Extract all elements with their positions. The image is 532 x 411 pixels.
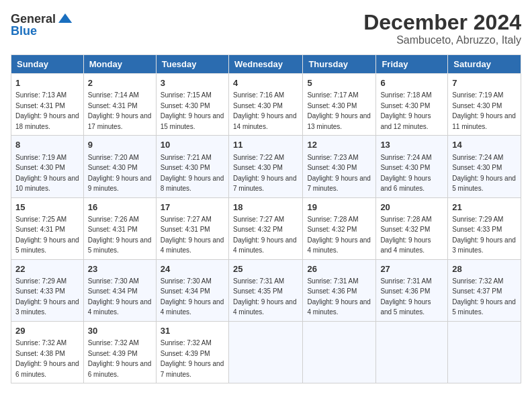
day-number: 25: [233, 263, 298, 275]
day-number: 6: [380, 77, 443, 89]
calendar-cell: 30Sunrise: 7:32 AMSunset: 4:39 PMDayligh…: [83, 321, 156, 383]
header-tuesday: Tuesday: [156, 55, 228, 74]
day-number: 9: [88, 139, 152, 151]
day-info: Sunrise: 7:25 AMSunset: 4:31 PMDaylight:…: [15, 216, 79, 255]
header: General Blue December 2024 Sambuceto, Ab…: [11, 11, 521, 46]
day-info: Sunrise: 7:28 AMSunset: 4:32 PMDaylight:…: [307, 216, 371, 255]
calendar-cell: 15Sunrise: 7:25 AMSunset: 4:31 PMDayligh…: [11, 197, 84, 259]
day-number: 30: [88, 325, 152, 337]
day-info: Sunrise: 7:20 AMSunset: 4:30 PMDaylight:…: [88, 154, 152, 193]
header-wednesday: Wednesday: [228, 55, 302, 74]
calendar-week-1: 1Sunrise: 7:13 AMSunset: 4:31 PMDaylight…: [11, 74, 521, 136]
day-number: 13: [380, 139, 443, 151]
calendar-cell: 29Sunrise: 7:32 AMSunset: 4:38 PMDayligh…: [11, 321, 84, 383]
day-info: Sunrise: 7:32 AMSunset: 4:37 PMDaylight:…: [452, 277, 516, 316]
day-number: 5: [307, 77, 371, 89]
logo-blue: Blue: [11, 24, 37, 38]
calendar-cell: 16Sunrise: 7:26 AMSunset: 4:31 PMDayligh…: [83, 197, 156, 259]
day-number: 12: [307, 139, 371, 151]
day-info: Sunrise: 7:16 AMSunset: 4:30 PMDaylight:…: [233, 91, 297, 130]
calendar-cell: 6Sunrise: 7:18 AMSunset: 4:30 PMDaylight…: [376, 74, 448, 136]
day-number: 28: [452, 263, 517, 275]
day-info: Sunrise: 7:23 AMSunset: 4:30 PMDaylight:…: [307, 154, 371, 193]
calendar-cell: [448, 321, 521, 383]
day-info: Sunrise: 7:29 AMSunset: 4:33 PMDaylight:…: [452, 216, 516, 255]
day-info: Sunrise: 7:19 AMSunset: 4:30 PMDaylight:…: [452, 91, 516, 130]
logo: General Blue: [11, 11, 73, 38]
day-info: Sunrise: 7:18 AMSunset: 4:30 PMDaylight:…: [380, 91, 431, 130]
day-info: Sunrise: 7:29 AMSunset: 4:33 PMDaylight:…: [15, 277, 79, 316]
day-number: 19: [307, 201, 371, 214]
day-info: Sunrise: 7:19 AMSunset: 4:30 PMDaylight:…: [15, 154, 79, 193]
day-number: 7: [452, 77, 517, 89]
calendar-cell: 24Sunrise: 7:30 AMSunset: 4:34 PMDayligh…: [156, 259, 228, 321]
day-number: 22: [15, 263, 79, 275]
day-info: Sunrise: 7:31 AMSunset: 4:36 PMDaylight:…: [307, 277, 371, 316]
calendar-table: Sunday Monday Tuesday Wednesday Thursday…: [11, 54, 521, 383]
day-info: Sunrise: 7:27 AMSunset: 4:32 PMDaylight:…: [233, 216, 297, 255]
day-number: 11: [233, 139, 298, 151]
day-number: 10: [161, 139, 224, 151]
day-number: 16: [88, 201, 152, 214]
calendar-cell: 9Sunrise: 7:20 AMSunset: 4:30 PMDaylight…: [83, 136, 156, 197]
day-number: 18: [233, 201, 298, 214]
day-info: Sunrise: 7:21 AMSunset: 4:30 PMDaylight:…: [161, 154, 224, 193]
day-info: Sunrise: 7:31 AMSunset: 4:36 PMDaylight:…: [380, 277, 431, 316]
day-info: Sunrise: 7:13 AMSunset: 4:31 PMDaylight:…: [15, 91, 79, 130]
day-info: Sunrise: 7:24 AMSunset: 4:30 PMDaylight:…: [380, 154, 431, 193]
calendar-cell: 14Sunrise: 7:24 AMSunset: 4:30 PMDayligh…: [448, 136, 521, 197]
calendar-cell: 2Sunrise: 7:14 AMSunset: 4:31 PMDaylight…: [83, 74, 156, 136]
day-number: 26: [307, 263, 371, 275]
day-number: 3: [161, 77, 224, 89]
day-info: Sunrise: 7:32 AMSunset: 4:39 PMDaylight:…: [88, 339, 152, 378]
day-number: 17: [161, 201, 224, 214]
calendar-cell: 18Sunrise: 7:27 AMSunset: 4:32 PMDayligh…: [228, 197, 302, 259]
header-monday: Monday: [83, 55, 156, 74]
calendar-week-2: 8Sunrise: 7:19 AMSunset: 4:30 PMDaylight…: [11, 136, 521, 197]
day-info: Sunrise: 7:26 AMSunset: 4:31 PMDaylight:…: [88, 216, 152, 255]
day-info: Sunrise: 7:31 AMSunset: 4:35 PMDaylight:…: [233, 277, 297, 316]
day-number: 31: [161, 325, 224, 337]
day-number: 29: [15, 325, 79, 337]
day-number: 4: [233, 77, 298, 89]
day-info: Sunrise: 7:22 AMSunset: 4:30 PMDaylight:…: [233, 154, 297, 193]
location: Sambuceto, Abruzzo, Italy: [363, 34, 521, 46]
day-number: 23: [88, 263, 152, 275]
day-info: Sunrise: 7:28 AMSunset: 4:32 PMDaylight:…: [380, 216, 431, 255]
calendar-cell: [376, 321, 448, 383]
day-number: 1: [15, 77, 79, 89]
day-number: 20: [380, 201, 443, 214]
month-title: December 2024: [363, 11, 521, 34]
calendar-cell: 12Sunrise: 7:23 AMSunset: 4:30 PMDayligh…: [303, 136, 376, 197]
calendar-week-3: 15Sunrise: 7:25 AMSunset: 4:31 PMDayligh…: [11, 197, 521, 259]
day-number: 2: [88, 77, 152, 89]
calendar-cell: [228, 321, 302, 383]
calendar-cell: 20Sunrise: 7:28 AMSunset: 4:32 PMDayligh…: [376, 197, 448, 259]
calendar-cell: 31Sunrise: 7:32 AMSunset: 4:39 PMDayligh…: [156, 321, 228, 383]
calendar-week-4: 22Sunrise: 7:29 AMSunset: 4:33 PMDayligh…: [11, 259, 521, 321]
calendar-cell: 13Sunrise: 7:24 AMSunset: 4:30 PMDayligh…: [376, 136, 448, 197]
logo-icon: [57, 11, 73, 27]
day-info: Sunrise: 7:17 AMSunset: 4:30 PMDaylight:…: [307, 91, 371, 130]
day-number: 21: [452, 201, 517, 214]
day-info: Sunrise: 7:32 AMSunset: 4:38 PMDaylight:…: [15, 339, 79, 378]
day-info: Sunrise: 7:30 AMSunset: 4:34 PMDaylight:…: [88, 277, 152, 316]
calendar-cell: 21Sunrise: 7:29 AMSunset: 4:33 PMDayligh…: [448, 197, 521, 259]
calendar-cell: 19Sunrise: 7:28 AMSunset: 4:32 PMDayligh…: [303, 197, 376, 259]
calendar-cell: 17Sunrise: 7:27 AMSunset: 4:31 PMDayligh…: [156, 197, 228, 259]
calendar-cell: 26Sunrise: 7:31 AMSunset: 4:36 PMDayligh…: [303, 259, 376, 321]
header-saturday: Saturday: [448, 55, 521, 74]
calendar-cell: 11Sunrise: 7:22 AMSunset: 4:30 PMDayligh…: [228, 136, 302, 197]
day-number: 24: [161, 263, 224, 275]
calendar-cell: [303, 321, 376, 383]
calendar-cell: 5Sunrise: 7:17 AMSunset: 4:30 PMDaylight…: [303, 74, 376, 136]
header-thursday: Thursday: [303, 55, 376, 74]
header-friday: Friday: [376, 55, 448, 74]
calendar-week-5: 29Sunrise: 7:32 AMSunset: 4:38 PMDayligh…: [11, 321, 521, 383]
calendar-cell: 10Sunrise: 7:21 AMSunset: 4:30 PMDayligh…: [156, 136, 228, 197]
day-number: 27: [380, 263, 443, 275]
title-section: December 2024 Sambuceto, Abruzzo, Italy: [363, 11, 521, 46]
day-info: Sunrise: 7:24 AMSunset: 4:30 PMDaylight:…: [452, 154, 516, 193]
day-number: 14: [452, 139, 517, 151]
calendar-cell: 28Sunrise: 7:32 AMSunset: 4:37 PMDayligh…: [448, 259, 521, 321]
